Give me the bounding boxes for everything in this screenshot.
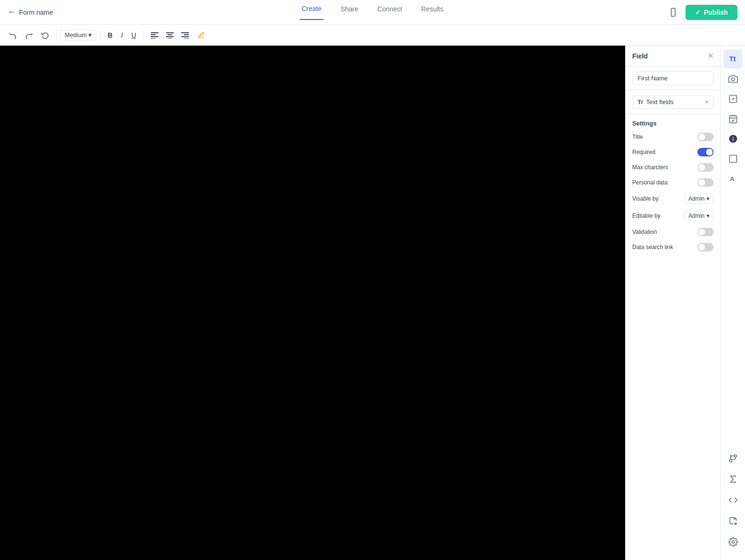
toggle-required[interactable] [697, 148, 714, 156]
toolbar-divider-1 [56, 30, 57, 40]
paint-bucket-icon-btn[interactable] [724, 512, 743, 531]
editable-by-select[interactable]: Admin ▾ [684, 211, 714, 221]
font-size-chevron: ▾ [88, 31, 92, 39]
toolbar-divider-3 [143, 30, 144, 40]
font-size-value: Medium [65, 31, 87, 39]
redo-button[interactable] [22, 29, 36, 41]
field-type-section: Tr Text fields ▾ [626, 90, 720, 114]
calendar-check-icon-btn[interactable] [724, 109, 743, 128]
text-field-icon-btn[interactable]: Tt [724, 49, 743, 68]
setting-row-data-search-link: Data search link [632, 243, 714, 251]
branch-icon-btn[interactable] [724, 449, 743, 468]
setting-row-editable-by: Editable by Admin ▾ [632, 211, 714, 221]
publish-button[interactable]: ✓ Publish [686, 5, 737, 20]
toggle-max-chars[interactable] [697, 163, 714, 172]
visible-by-value: Admin [688, 195, 705, 202]
setting-label-max-chars: Max charcters [632, 164, 668, 171]
mobile-preview-button[interactable] [667, 6, 680, 19]
nav-tabs: Create Share Connect Results [300, 5, 445, 20]
field-panel-title: Field [632, 52, 648, 60]
setting-row-title: Title [632, 133, 714, 141]
editable-by-chevron: ▾ [706, 212, 709, 219]
editable-by-value: Admin [688, 212, 705, 219]
tab-results[interactable]: Results [419, 5, 445, 20]
svg-text:Tt: Tt [729, 55, 735, 63]
setting-label-required: Required [632, 149, 656, 155]
settings-icon-btn[interactable] [724, 532, 743, 551]
align-left-button[interactable] [147, 29, 162, 41]
tab-share[interactable]: Share [339, 5, 360, 20]
setting-label-editable-by: Editable by [632, 212, 660, 219]
square-icon-btn[interactable] [724, 149, 743, 168]
align-center-button[interactable] [163, 29, 177, 41]
svg-rect-24 [729, 155, 736, 163]
back-button[interactable]: ← Form name [8, 7, 53, 17]
svg-text:A: A [730, 175, 735, 183]
camera-icon-btn[interactable] [724, 69, 743, 88]
svg-point-26 [732, 541, 734, 543]
tab-create[interactable]: Create [300, 5, 323, 20]
field-type-left: Tr Text fields [637, 98, 674, 106]
text-style-icon-btn[interactable]: A [724, 169, 743, 188]
info-circle-icon-btn[interactable] [724, 129, 743, 148]
field-type-dropdown[interactable]: Tr Text fields ▾ [632, 95, 714, 109]
svg-rect-0 [671, 8, 675, 16]
setting-row-visible-by: Visable by Admin ▾ [632, 193, 714, 204]
field-settings-panel: Field ✕ Tr Text fields ▾ Settings Title [625, 46, 720, 560]
underline-button[interactable]: U [128, 29, 139, 41]
history-button[interactable] [38, 29, 52, 41]
setting-row-required: Required [632, 148, 714, 156]
visible-by-select[interactable]: Admin ▾ [684, 193, 714, 204]
svg-point-15 [731, 78, 735, 81]
close-panel-button[interactable]: ✕ [707, 51, 714, 60]
checkbox-icon-btn[interactable] [724, 89, 743, 108]
toggle-data-search-link[interactable] [697, 243, 714, 251]
bold-button[interactable]: B [104, 29, 116, 41]
toolbar: Medium ▾ B I U [0, 25, 745, 46]
setting-row-validation: Validation [632, 228, 714, 236]
settings-section: Settings Title Required Max charcters Pe… [626, 114, 720, 264]
setting-row-max-chars: Max charcters [632, 163, 714, 172]
back-icon: ← [8, 7, 16, 17]
toggle-personal-data[interactable] [697, 178, 714, 187]
font-size-selector[interactable]: Medium ▾ [60, 29, 96, 40]
icon-sidebar: Tt A [720, 46, 745, 560]
field-panel-header: Field ✕ [626, 46, 720, 67]
setting-label-personal-data: Personal data [632, 179, 667, 186]
tab-connect[interactable]: Connect [375, 5, 404, 20]
top-nav: ← Form name Create Share Connect Results… [0, 0, 745, 25]
form-name-label: Form name [19, 9, 53, 16]
code-icon-btn[interactable] [724, 491, 743, 510]
svg-rect-17 [729, 116, 736, 123]
sigma-icon-btn[interactable] [724, 470, 743, 489]
align-right-button[interactable] [178, 29, 192, 41]
publish-check-icon: ✓ [695, 9, 701, 16]
field-name-section [626, 67, 720, 90]
toggle-title[interactable] [697, 133, 714, 141]
field-type-chevron: ▾ [706, 99, 708, 105]
setting-label-data-search-link: Data search link [632, 244, 673, 251]
undo-button[interactable] [6, 29, 20, 41]
field-name-input[interactable] [632, 71, 714, 85]
main-layout: Field ✕ Tr Text fields ▾ Settings Title [0, 46, 745, 560]
toggle-validation[interactable] [697, 228, 714, 236]
italic-button[interactable]: I [118, 29, 126, 41]
setting-row-personal-data: Personal data [632, 178, 714, 187]
field-type-label: Text fields [646, 98, 674, 106]
field-type-icon: Tr [637, 98, 643, 106]
toolbar-divider-2 [100, 30, 100, 40]
setting-label-visible-by: Visable by [632, 195, 658, 202]
settings-title: Settings [632, 120, 714, 127]
highlight-button[interactable] [194, 29, 208, 41]
sidebar-bottom [724, 449, 743, 556]
setting-label-validation: Validation [632, 229, 657, 235]
canvas-area[interactable] [0, 46, 625, 560]
visible-by-chevron: ▾ [706, 195, 709, 202]
align-group [147, 29, 192, 41]
setting-label-title: Title [632, 134, 643, 140]
nav-right: ✓ Publish [667, 5, 737, 20]
publish-label: Publish [704, 9, 728, 16]
